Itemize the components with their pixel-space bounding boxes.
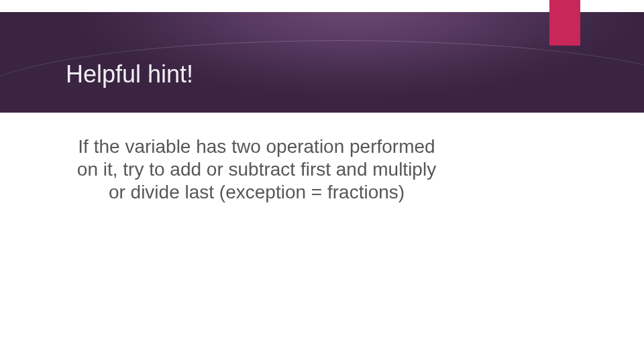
slide: Helpful hint! If the variable has two op…: [0, 0, 644, 362]
accent-tab: [549, 0, 580, 46]
slide-title: Helpful hint!: [66, 60, 193, 88]
slide-body-text: If the variable has two operation perfor…: [70, 135, 443, 204]
